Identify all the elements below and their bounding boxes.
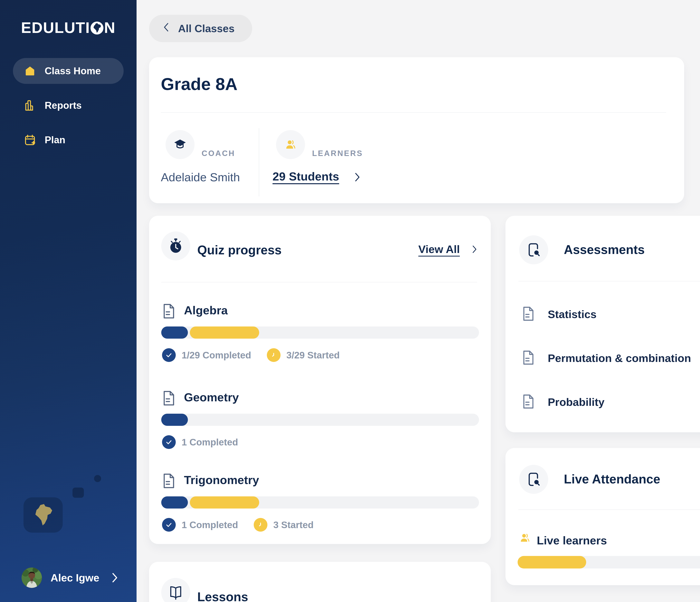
check-circle-icon bbox=[162, 348, 176, 362]
lessons-icon-bubble bbox=[161, 578, 190, 602]
quiz-progress-card: Quiz progress View All Algebra 1/29 Comp… bbox=[149, 216, 491, 544]
user-profile[interactable]: Alec Igwe bbox=[22, 568, 118, 588]
subject-name: Trigonometry bbox=[184, 473, 259, 487]
subject-name: Algebra bbox=[184, 304, 228, 317]
open-book-icon bbox=[168, 584, 183, 600]
status-row: 1 Completed bbox=[162, 435, 238, 449]
brand-logo: EDULUTIN bbox=[0, 19, 136, 37]
sidebar-item-label: Reports bbox=[45, 100, 82, 111]
check-circle-icon bbox=[162, 435, 176, 449]
bar-chart-icon bbox=[24, 99, 36, 112]
completed-label: 1 Completed bbox=[182, 520, 238, 530]
progress-completed-segment bbox=[161, 414, 188, 426]
avatar bbox=[22, 568, 42, 588]
document-icon bbox=[162, 390, 176, 406]
progress-segment bbox=[518, 556, 586, 569]
started-chip: 3/29 Started bbox=[267, 348, 340, 362]
brand-text-suffix: N bbox=[104, 19, 116, 36]
completed-label: 1 Completed bbox=[182, 437, 238, 448]
students-link[interactable]: 29 Students bbox=[273, 170, 339, 183]
completed-chip: 1/29 Completed bbox=[162, 348, 251, 362]
check-circle-icon bbox=[162, 518, 176, 532]
divider bbox=[161, 282, 477, 282]
decor-dot bbox=[94, 475, 101, 482]
profile-name: Alec Igwe bbox=[51, 572, 99, 584]
clock-circle-icon bbox=[254, 518, 268, 532]
subject-name: Geometry bbox=[184, 390, 239, 404]
status-row: 1 Completed 3 Started bbox=[162, 518, 314, 532]
sidebar-item-class-home[interactable]: Class Home bbox=[13, 58, 124, 84]
progress-bar-geometry bbox=[161, 414, 479, 426]
chevron-right-icon bbox=[111, 572, 118, 583]
attendance-icon-bubble bbox=[519, 465, 548, 494]
calendar-plus-icon bbox=[24, 134, 36, 146]
sidebar-item-label: Plan bbox=[45, 134, 66, 146]
divider bbox=[161, 112, 666, 113]
sidebar-item-reports[interactable]: Reports bbox=[13, 93, 124, 118]
live-learners-progress-bar bbox=[518, 556, 700, 569]
learners-icon bbox=[284, 138, 297, 151]
sidebar-nav: Class Home Reports Plan bbox=[13, 58, 124, 162]
brand-text-prefix: EDULUTI bbox=[21, 19, 90, 36]
chevron-right-icon[interactable] bbox=[354, 172, 360, 183]
coach-name: Adelaide Smith bbox=[161, 170, 240, 184]
live-attendance-card: Live Attendance Live learners bbox=[505, 448, 700, 585]
started-label: 3 Started bbox=[273, 520, 314, 530]
page-title: Grade 8A bbox=[161, 74, 238, 94]
document-icon bbox=[522, 350, 535, 365]
divider bbox=[518, 509, 700, 510]
file-search-icon bbox=[527, 242, 541, 258]
stopwatch-icon bbox=[169, 238, 183, 254]
assessments-title: Assessments bbox=[564, 242, 645, 257]
progress-completed-segment bbox=[161, 327, 188, 339]
chevron-right-icon[interactable] bbox=[472, 245, 477, 255]
lessons-title: Lessons bbox=[197, 589, 248, 602]
sidebar-item-label: Class Home bbox=[45, 65, 101, 77]
file-search-icon bbox=[527, 472, 541, 487]
divider bbox=[518, 281, 700, 282]
live-learners-icon bbox=[518, 531, 531, 545]
document-icon bbox=[162, 473, 176, 489]
assessment-item[interactable]: Probability bbox=[548, 396, 604, 408]
class-summary-card: Grade 8A COACH Adelaide Smith LEARNERS 2… bbox=[149, 57, 684, 203]
progress-started-segment bbox=[190, 497, 259, 508]
graduation-cap-icon bbox=[172, 137, 188, 152]
live-learners-label: Live learners bbox=[537, 534, 607, 547]
document-icon bbox=[162, 303, 176, 319]
completed-chip: 1 Completed bbox=[162, 435, 238, 449]
document-icon bbox=[522, 394, 535, 409]
progress-bar-algebra bbox=[161, 327, 479, 339]
chevron-left-icon bbox=[163, 22, 169, 35]
started-chip: 3 Started bbox=[254, 518, 314, 532]
coach-label: COACH bbox=[202, 149, 235, 158]
sidebar: EDULUTIN Class Home Reports bbox=[0, 0, 136, 602]
learners-icon-bubble bbox=[276, 130, 305, 159]
learners-label: LEARNERS bbox=[312, 149, 363, 158]
progress-bar-trigonometry bbox=[161, 497, 479, 508]
attendance-title: Live Attendance bbox=[564, 472, 660, 486]
view-all-link[interactable]: View All bbox=[418, 243, 460, 256]
assessments-icon-bubble bbox=[519, 235, 548, 264]
status-row: 1/29 Completed 3/29 Started bbox=[162, 348, 340, 362]
quiz-progress-title: Quiz progress bbox=[197, 243, 281, 257]
progress-completed-segment bbox=[161, 497, 188, 508]
assessment-item[interactable]: Statistics bbox=[548, 308, 597, 320]
lessons-card: Lessons bbox=[149, 562, 491, 602]
assessments-card: Assessments Statistics Permutation & com… bbox=[505, 216, 700, 432]
coach-icon-bubble bbox=[166, 130, 195, 159]
assessment-item[interactable]: Permutation & combination bbox=[548, 352, 691, 364]
home-icon bbox=[24, 65, 36, 77]
back-all-classes-button[interactable]: All Classes bbox=[149, 15, 252, 42]
clock-circle-icon bbox=[267, 348, 280, 362]
back-button-label: All Classes bbox=[178, 22, 234, 34]
sidebar-item-plan[interactable]: Plan bbox=[13, 127, 124, 153]
completed-chip: 1 Completed bbox=[162, 518, 238, 532]
completed-label: 1/29 Completed bbox=[182, 350, 251, 361]
started-label: 3/29 Started bbox=[286, 350, 340, 361]
progress-started-segment bbox=[190, 327, 259, 339]
africa-map-icon bbox=[24, 497, 63, 533]
divider bbox=[259, 128, 259, 196]
document-icon bbox=[522, 306, 535, 321]
globe-africa-icon bbox=[91, 22, 103, 34]
stopwatch-icon-bubble bbox=[161, 232, 190, 260]
